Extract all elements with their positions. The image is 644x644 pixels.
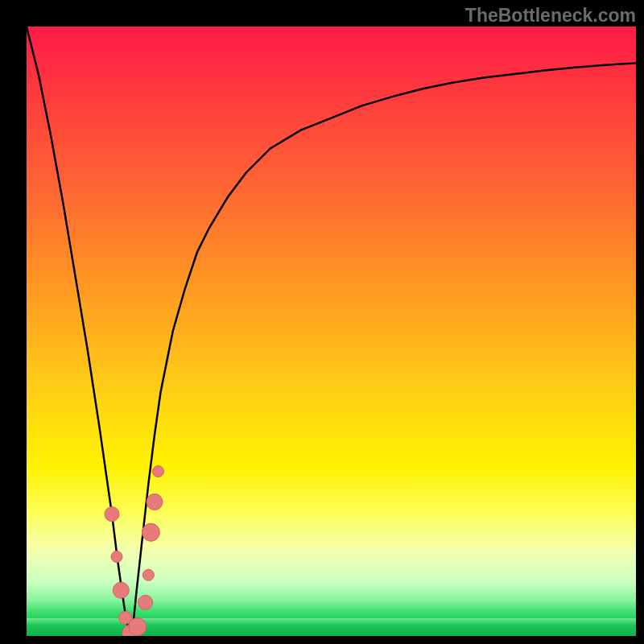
watermark-text: TheBottleneck.com — [465, 5, 636, 27]
data-marker — [111, 551, 122, 563]
data-marker — [129, 618, 147, 636]
data-marker — [105, 507, 119, 522]
bottleneck-curve — [27, 27, 636, 636]
data-marker — [147, 494, 163, 510]
chart-area — [27, 27, 636, 636]
chart-svg — [27, 27, 636, 636]
data-marker — [138, 595, 153, 609]
data-marker — [142, 569, 154, 580]
data-marker — [142, 523, 159, 541]
data-marker — [153, 466, 164, 477]
data-marker — [113, 582, 129, 598]
